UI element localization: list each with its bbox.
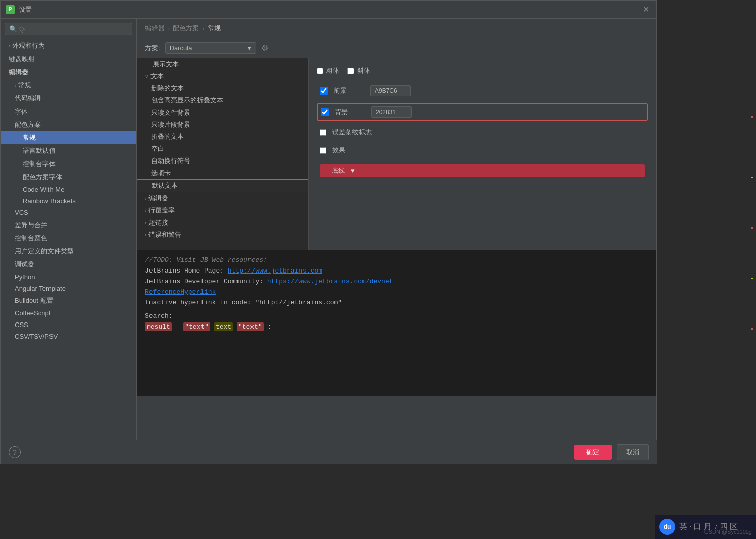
preview-inactive-line: Inactive hyperlink in code: "http://jetb… bbox=[145, 299, 648, 306]
italic-checkbox[interactable] bbox=[347, 68, 354, 74]
bottom-bar: ? 确定 取消 bbox=[1, 440, 657, 464]
titlebar: P 设置 ✕ bbox=[1, 1, 656, 19]
preview-devnet-url[interactable]: https://www.jetbrains.com/devnet bbox=[267, 278, 393, 285]
tree-item-coverage[interactable]: › 行覆盖率 bbox=[137, 204, 308, 217]
sidebar-item-code-with-me[interactable]: Code With Me bbox=[1, 184, 136, 195]
search-input[interactable] bbox=[19, 26, 128, 33]
tree-item-text[interactable]: ∨ 文本 bbox=[137, 70, 308, 82]
settings-sidebar: 🔍 › 外观和行为 键盘映射 编辑器 › 常规 代码编辑 字体 bbox=[1, 19, 137, 464]
foreground-label: 前景 bbox=[334, 86, 364, 95]
sidebar-item-python[interactable]: Python bbox=[1, 271, 136, 283]
indicator-red-3 bbox=[751, 328, 753, 330]
help-button[interactable]: ? bbox=[9, 446, 21, 458]
scheme-select[interactable]: Darcula ▾ bbox=[165, 42, 256, 54]
tree-item-hyperlink[interactable]: › 超链接 bbox=[137, 217, 308, 229]
close-button[interactable]: ✕ bbox=[641, 5, 651, 15]
sidebar-item-appearance[interactable]: › 外观和行为 bbox=[1, 39, 136, 52]
tree-item-readonly-bg[interactable]: 只读文件背景 bbox=[137, 106, 308, 119]
sidebar-item-general[interactable]: › 常规 bbox=[1, 79, 136, 92]
expand-icon: ∨ bbox=[145, 74, 148, 79]
foreground-row: 前景 A9B7C6 bbox=[317, 83, 648, 98]
sidebar-item-editor[interactable]: 编辑器 bbox=[1, 66, 136, 79]
tree-item-errors[interactable]: › 错误和警告 bbox=[137, 229, 308, 241]
background-checkbox[interactable] bbox=[321, 108, 329, 116]
sidebar-item-scheme-font[interactable]: 配色方案字体 bbox=[1, 171, 136, 184]
gear-button[interactable]: ⚙ bbox=[261, 43, 268, 53]
tree-panel: — 展示文本 ∨ 文本 删除的文本 包含高亮显示的折叠文本 bbox=[137, 58, 309, 250]
ok-button[interactable]: 确定 bbox=[574, 445, 612, 460]
tree-item-fold-text[interactable]: 包含高亮显示的折叠文本 bbox=[137, 94, 308, 106]
preview-home-url[interactable]: http://www.jetbrains.com bbox=[228, 267, 322, 275]
csdn-watermark: CSDN @Syc1102g bbox=[704, 529, 752, 535]
preview-ref-hyperlink[interactable]: ReferenceHyperlink bbox=[145, 288, 216, 296]
sidebar-item-diff-merge[interactable]: 差异与合并 bbox=[1, 219, 136, 232]
scheme-bar: 方案: Darcula ▾ ⚙ bbox=[137, 38, 656, 58]
tree-item-default-text[interactable]: 默认文本 bbox=[137, 179, 308, 192]
sidebar-item-buildout[interactable]: Buildout 配置 bbox=[1, 294, 136, 307]
bold-checkbox[interactable] bbox=[317, 68, 323, 74]
error-stripe-label: 误差条纹标志 bbox=[332, 128, 372, 137]
indicator-red-2 bbox=[751, 227, 753, 229]
sidebar-item-lang-default[interactable]: 语言默认值 bbox=[1, 144, 136, 157]
sidebar-item-color-scheme[interactable]: 配色方案 bbox=[1, 118, 136, 131]
preview-devnet-line: JetBrains Developer Community: https://w… bbox=[145, 278, 648, 285]
preview-search-line: Search: bbox=[145, 312, 648, 320]
preview-todo-text: //TODO: Visit JB Web resources: bbox=[145, 256, 267, 264]
background-color-input[interactable]: 202831 bbox=[371, 106, 412, 118]
preview-todo-line: //TODO: Visit JB Web resources: bbox=[145, 256, 648, 264]
foreground-color-input[interactable]: A9B7C6 bbox=[370, 85, 411, 96]
preview-result-line: result – "text" text "text" : bbox=[145, 323, 648, 331]
preview-result-text: result bbox=[145, 322, 172, 331]
sidebar-item-code-edit[interactable]: 代码编辑 bbox=[1, 92, 136, 105]
app-icon: P bbox=[6, 5, 15, 14]
breadcrumb-part1: 编辑器 bbox=[145, 24, 165, 33]
content-split: — 展示文本 ∨ 文本 删除的文本 包含高亮显示的折叠文本 bbox=[137, 58, 656, 464]
error-stripe-checkbox[interactable] bbox=[320, 129, 326, 136]
background-label: 背景 bbox=[335, 107, 365, 117]
tree-item-whitespace[interactable]: 空白 bbox=[137, 143, 308, 155]
sidebar-item-coffeescript[interactable]: CoffeeScript bbox=[1, 307, 136, 319]
preview-ref-line: ReferenceHyperlink bbox=[145, 288, 648, 296]
sidebar-item-csvtsv[interactable]: CSV/TSV/PSV bbox=[1, 331, 136, 342]
underline-color-box[interactable]: 底线 ▾ bbox=[320, 164, 645, 177]
sidebar-item-keymap[interactable]: 键盘映射 bbox=[1, 52, 136, 66]
sidebar-item-debugger[interactable]: 调试器 bbox=[1, 258, 136, 271]
indicator-yellow-1 bbox=[751, 177, 753, 178]
sidebar-item-css[interactable]: CSS bbox=[1, 319, 136, 331]
sidebar-item-console-color[interactable]: 控制台颜色 bbox=[1, 232, 136, 245]
breadcrumb: 编辑器 › 配色方案 › 常规 bbox=[137, 19, 656, 38]
sidebar-item-angular[interactable]: Angular Template bbox=[1, 283, 136, 294]
chevron-down-icon: ▾ bbox=[248, 44, 251, 52]
italic-option[interactable]: 斜体 bbox=[347, 66, 370, 75]
sidebar-item-console-font[interactable]: 控制台字体 bbox=[1, 157, 136, 171]
search-box[interactable]: 🔍 bbox=[5, 23, 132, 35]
foreground-checkbox[interactable] bbox=[320, 87, 328, 95]
sidebar-item-rainbow-brackets[interactable]: Rainbow Brackets bbox=[1, 195, 136, 207]
style-options-row: 粗体 斜体 bbox=[317, 66, 648, 75]
sidebar-item-file-types[interactable]: 用户定义的文件类型 bbox=[1, 245, 136, 258]
indicator-yellow-2 bbox=[751, 278, 753, 279]
effect-checkbox[interactable] bbox=[320, 147, 326, 154]
arrow-icon: › bbox=[9, 43, 10, 49]
sidebar-item-color-general[interactable]: 常规 bbox=[1, 131, 136, 144]
scheme-label: 方案: bbox=[145, 44, 160, 53]
sidebar-item-vcs[interactable]: VCS bbox=[1, 207, 136, 219]
tree-item-readonly-fragment[interactable]: 只读片段背景 bbox=[137, 119, 308, 131]
dialog-body: 🔍 › 外观和行为 键盘映射 编辑器 › 常规 代码编辑 字体 bbox=[1, 19, 656, 464]
tree-item-deleted-text[interactable]: 删除的文本 bbox=[137, 82, 308, 94]
tree-item-tab[interactable]: 选项卡 bbox=[137, 167, 308, 179]
tree-item-folded[interactable]: 折叠的文本 bbox=[137, 131, 308, 143]
preview-panel: //TODO: Visit JB Web resources: JetBrain… bbox=[137, 250, 656, 396]
ime-bar: du 英 · 口 月 ♪ 四 区 bbox=[655, 515, 756, 539]
tree-item-autowrap[interactable]: 自动换行符号 bbox=[137, 155, 308, 167]
underline-row: 底线 ▾ bbox=[317, 162, 648, 179]
tree-item-display-text[interactable]: — 展示文本 bbox=[137, 58, 308, 70]
bold-option[interactable]: 粗体 bbox=[317, 66, 339, 75]
cancel-button[interactable]: 取消 bbox=[617, 444, 649, 460]
breadcrumb-sep1: › bbox=[168, 25, 170, 32]
sidebar-item-font[interactable]: 字体 bbox=[1, 105, 136, 118]
tree-item-editors[interactable]: › 编辑器 bbox=[137, 192, 308, 204]
preview-text2: text bbox=[214, 322, 233, 331]
preview-inactive-url: "http://jetbrains.com" bbox=[255, 299, 342, 306]
main-content: 编辑器 › 配色方案 › 常规 方案: Darcula ▾ ⚙ bbox=[137, 19, 656, 464]
